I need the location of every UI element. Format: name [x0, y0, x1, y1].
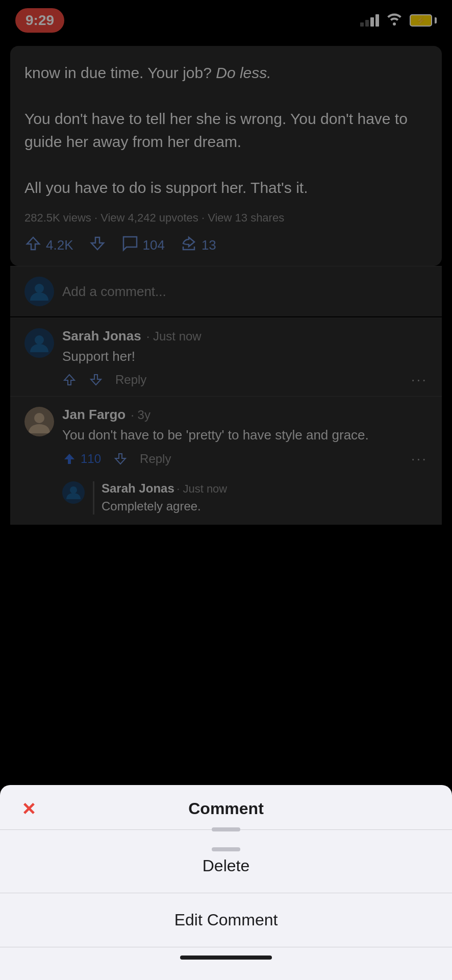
delete-label: Delete: [203, 856, 250, 875]
bottom-sheet: ✕ Comment Delete Edit Comment: [0, 785, 452, 980]
drag-handle: [212, 827, 240, 831]
sheet-title: Comment: [188, 799, 264, 818]
drag-indicator: [212, 847, 240, 851]
home-indicator: [180, 955, 272, 960]
sheet-header: ✕ Comment: [0, 785, 452, 830]
delete-option[interactable]: Delete: [0, 830, 452, 893]
close-button[interactable]: ✕: [15, 796, 42, 822]
edit-comment-label: Edit Comment: [174, 911, 278, 929]
edit-comment-option[interactable]: Edit Comment: [0, 893, 452, 947]
